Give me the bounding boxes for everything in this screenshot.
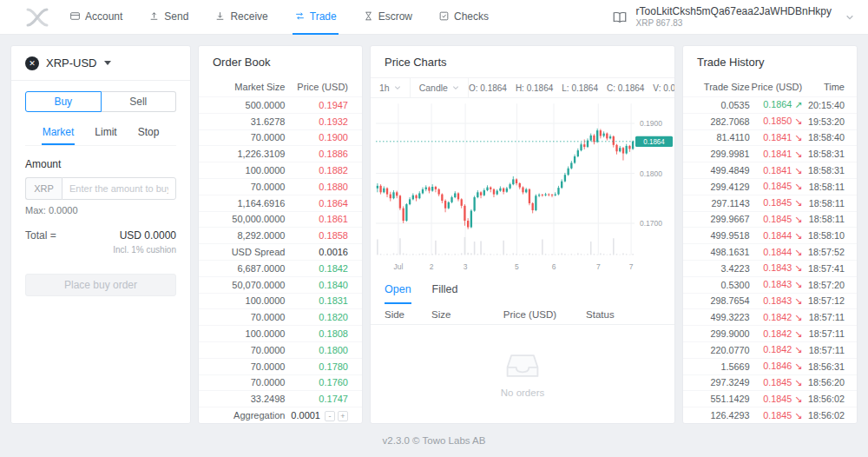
interval-value: 1h [379,83,390,93]
nav-item-trade[interactable]: Trade [293,0,339,35]
bid-row[interactable]: 70.00000.1820 [199,308,362,325]
svg-text:2: 2 [430,262,434,271]
svg-text:Jul: Jul [393,262,403,271]
bid-row[interactable]: 70.00000.1780 [199,358,362,374]
orders-table-header: Side Size Price (USD) Status [371,304,674,325]
ask-row[interactable]: 8,292.00000.1858 [199,227,362,243]
order-book-title: Order Book [199,46,362,77]
column-market-size: Market Size [213,82,285,92]
trade-history-row: 81.41100.1841 ↘18:58:40 [683,129,857,146]
nav-label: Trade [310,10,337,23]
bid-row[interactable]: 100.00000.1808 [199,325,362,341]
svg-text:7: 7 [629,262,634,271]
ask-row[interactable]: 100.00000.1882 [199,162,362,178]
tab-market[interactable]: Market [42,123,76,145]
trade-history-row: 498.16310.1844 ↘18:57:52 [683,243,857,260]
wallet-selector[interactable]: rTooLkitCksh5mQa67eaa2JaWHDBnHkpy XRP 86… [612,5,854,30]
buy-tab[interactable]: Buy [25,91,102,112]
trade-history-row: 0.53000.1843 ↘18:57:20 [683,276,857,293]
ask-row[interactable]: 31.62780.1932 [199,113,362,129]
tab-open-orders[interactable]: Open [385,276,411,304]
nav-item-checks[interactable]: Checks [437,0,490,35]
trade-history-row: 3.42230.1843 ↘18:57:41 [683,260,857,276]
pair-selector[interactable]: ✕ XRP-USD [11,46,190,81]
bid-row[interactable]: 33.24980.1747 [199,390,362,407]
nav-label: Receive [230,10,267,23]
sell-tab[interactable]: Sell [102,91,177,112]
nav-item-account[interactable]: Account [68,0,124,35]
ask-row[interactable]: 1,226.31090.1886 [199,145,362,162]
chevron-down-icon [845,13,854,22]
column-time: Time [802,82,845,92]
price-charts-panel: Price Charts 1h Candle O: 0.1864H: 0.186… [370,45,675,424]
column-price-usd: Price (USD) [285,82,348,92]
trade-history-row: 1.56690.1846 ↘18:56:31 [683,358,857,374]
ohlcv-item: L: 0.1864 [562,83,598,93]
trade-history-row: 499.32230.1842 ↘18:57:11 [683,308,857,325]
nav-label: Escrow [378,10,412,23]
caret-down-icon [104,61,111,65]
ohlcv-item: H: 0.1864 [516,83,553,93]
bid-row[interactable]: 100.00000.1831 [199,293,362,309]
candlestick-chart[interactable]: Jul2356770.19000.18000.17000.1864 [371,98,674,276]
trade-history-row: 299.41290.1845 ↘18:58:11 [683,178,857,195]
svg-text:0.1700: 0.1700 [640,219,662,228]
tab-filled-orders[interactable]: Filled [432,276,458,304]
max-note: Max: 0.0000 [25,205,176,215]
currency-prefix: XRP [25,177,62,200]
trade-history-row: 0.05350.1864 ↗20:15:40 [683,96,857,113]
trade-history-row: 298.76540.1843 ↘18:57:12 [683,293,857,309]
trade-history-row: 299.96670.1845 ↘18:58:11 [683,211,857,228]
aggregation-decrease-button[interactable]: - [325,411,335,421]
ohlcv-item: V: 0.0535 [653,83,675,93]
column-side: Side [385,309,431,320]
nav-item-escrow[interactable]: Escrow [361,0,414,35]
trade-history-panel: Trade History Trade Size Price (USD) Tim… [682,45,858,424]
svg-text:7: 7 [596,262,601,271]
svg-text:0.1864: 0.1864 [643,138,665,146]
bid-row[interactable]: 70.00000.1800 [199,341,362,358]
trade-history-row: 299.99810.1841 ↘18:58:31 [683,145,857,162]
chart-type-select[interactable]: Candle [411,78,469,97]
order-book-panel: Order Book Market Size Price (USD) 500.0… [198,45,363,424]
tab-limit[interactable]: Limit [94,123,117,145]
cushion-note: Incl. 1% cushion [25,245,176,255]
no-orders-text: No orders [501,387,545,398]
aggregation-increase-button[interactable]: + [338,411,348,421]
empty-inbox-icon [503,351,542,381]
nav-item-receive[interactable]: Receive [213,0,269,35]
order-type-tabs: Market Limit Stop [25,123,176,146]
orders-empty-state: No orders [371,325,674,423]
trade-history-row: 126.42930.1845 ↘18:56:02 [683,407,857,423]
ask-row[interactable]: 1,164.69160.1864 [199,195,362,211]
nav-label: Checks [454,10,489,23]
app-header: AccountSendReceiveTradeEscrowChecks rToo… [0,0,868,35]
interval-select[interactable]: 1h [371,78,411,97]
place-buy-order-button[interactable]: Place buy order [25,274,176,296]
ask-row[interactable]: 50,000.00000.1861 [199,211,362,228]
total-value: USD 0.0000 [120,229,176,242]
nav-item-send[interactable]: Send [147,0,190,35]
amount-input[interactable] [62,177,176,200]
trade-history-title: Trade History [683,46,857,77]
app-logo-icon [26,8,49,27]
ask-row[interactable]: 70.00000.1880 [199,178,362,195]
amount-label: Amount [25,158,176,170]
chart-toolbar: 1h Candle O: 0.1864H: 0.1864L: 0.1864C: … [371,77,674,98]
ohlcv-item: O: 0.1864 [469,83,507,93]
bid-row[interactable]: 70.00000.1760 [199,374,362,391]
aggregation-row: Aggregation0.0001-+ [199,407,362,423]
bid-row[interactable]: 6,687.00000.1842 [199,260,362,276]
ask-row[interactable]: 70.00000.1900 [199,129,362,146]
checks-icon [438,10,450,22]
ask-row[interactable]: 500.00000.1947 [199,96,362,113]
chevron-down-icon [452,84,459,91]
escrow-icon [363,10,374,22]
trade-history-row: 282.70680.1850 ↘19:53:20 [683,113,857,129]
ohlcv-readout: O: 0.1864H: 0.1864L: 0.1864C: 0.1864V: 0… [469,83,675,93]
pair-name: XRP-USD [46,56,97,70]
trade-icon [294,10,306,22]
bid-row[interactable]: 50,070.00000.1840 [199,276,362,293]
tab-stop[interactable]: Stop [137,123,161,145]
column-price-usd: Price (USD) [750,82,803,92]
